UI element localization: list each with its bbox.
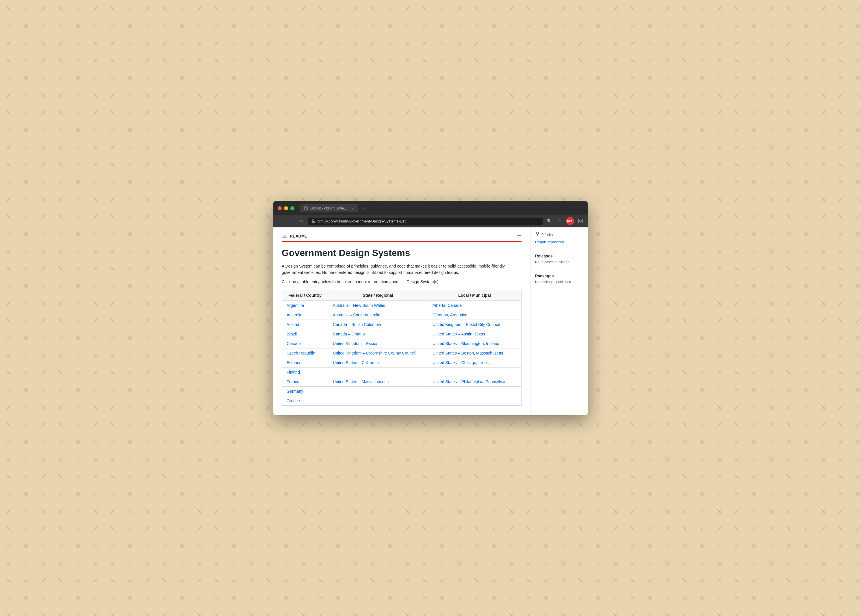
abp-badge[interactable]: ABP: [566, 217, 574, 225]
forward-button[interactable]: →: [287, 217, 295, 225]
browser-window: GitHub - ctrimm/Government ✕ + ← → ↻ git…: [273, 201, 588, 415]
table-cell-state: [328, 367, 428, 377]
table-link-federal[interactable]: Argentina: [287, 303, 304, 308]
table-cell-state: United Kingdom – Essex: [328, 339, 428, 348]
table-link-federal[interactable]: Germany: [287, 389, 303, 393]
table-row: Germany: [282, 386, 522, 396]
table-link-federal[interactable]: Estonia: [287, 360, 300, 365]
sidebar-forks-section: 0 forks Report repository: [535, 232, 583, 244]
browser-navbar: ← → ↻ github.com/ctrimm/Government-Desig…: [273, 215, 588, 227]
article-description: A Design System can be comprised of prin…: [282, 263, 522, 276]
table-row: Czech RepublicUnited Kingdom – Oxfordshi…: [282, 348, 522, 358]
table-cell-state: Canada – British Columbia: [328, 319, 428, 329]
table-link-state[interactable]: Canada – Ontario: [333, 332, 365, 336]
table-link-local[interactable]: United States – Chicago, Illinois: [432, 360, 490, 365]
bookmark-button[interactable]: ☆: [556, 217, 564, 225]
column-header-local: Local / Municipal: [427, 290, 521, 300]
readme-header: 📖 README: [282, 233, 522, 242]
table-row: Greece: [282, 396, 522, 405]
new-tab-button[interactable]: +: [359, 204, 367, 212]
table-link-federal[interactable]: Austria: [287, 322, 299, 327]
readme-text: README: [290, 234, 307, 238]
fork-icon: [535, 232, 540, 237]
data-table: Federal / Country State / Regional Local…: [282, 290, 522, 405]
table-link-federal[interactable]: France: [287, 379, 299, 384]
table-cell-state: United States – Massachusetts: [328, 377, 428, 386]
table-cell-local: [427, 367, 521, 377]
table-link-state[interactable]: United Kingdom – Essex: [333, 341, 377, 346]
table-cell-state: [328, 386, 428, 396]
close-button[interactable]: [278, 206, 282, 211]
table-row: ArgentinaAustralia – New South WalesAlbe…: [282, 300, 522, 310]
table-link-local[interactable]: United States – Philadelphia, Pennsylvan…: [432, 379, 510, 384]
table-cell-state: Canada – Ontario: [328, 329, 428, 339]
extension-button[interactable]: [577, 217, 584, 225]
table-cell-state: United States – California: [328, 358, 428, 367]
svg-rect-1: [581, 219, 583, 220]
table-link-federal[interactable]: Australia: [287, 313, 302, 317]
table-link-state[interactable]: Australia – South Australia: [333, 313, 380, 317]
sidebar-packages-section: Packages No packages published: [535, 273, 583, 284]
table-cell-state: Australia – South Australia: [328, 310, 428, 319]
forks-count: 0 forks: [542, 233, 553, 237]
table-cell-federal: Australia: [282, 310, 328, 319]
table-cell-federal: Argentina: [282, 300, 328, 310]
table-cell-local: [427, 386, 521, 396]
article-instruction: Click on a table entry below to be taken…: [282, 280, 522, 284]
table-link-federal[interactable]: Brazil: [287, 332, 297, 336]
article-title: Government Design Systems: [282, 248, 522, 258]
table-cell-federal: Czech Republic: [282, 348, 328, 358]
readme-menu-button[interactable]: [517, 233, 522, 239]
table-link-local[interactable]: United States – Austin, Texas: [432, 332, 485, 336]
page-content: 📖 README Government Design Systems A Des…: [273, 227, 588, 415]
table-link-local[interactable]: United States – Boston, Massachusetts: [432, 351, 503, 355]
table-link-local[interactable]: Córdoba, Argentina: [432, 313, 468, 317]
table-link-state[interactable]: United Kingdom – Oxfordshire County Coun…: [333, 351, 415, 355]
table-link-state[interactable]: Australia – New South Wales: [333, 303, 385, 308]
table-link-local[interactable]: United Kingdom – Bristol City Council: [432, 322, 500, 327]
address-bar[interactable]: github.com/ctrimm/Government-Design-Syst…: [308, 218, 543, 225]
table-link-local[interactable]: United States – Bloomington, Indiana: [432, 341, 499, 346]
browser-titlebar: GitHub - ctrimm/Government ✕ +: [273, 201, 588, 215]
forks-stat: 0 forks: [535, 232, 583, 237]
maximize-button[interactable]: [291, 206, 294, 211]
browser-tab-active[interactable]: GitHub - ctrimm/Government ✕: [300, 204, 358, 212]
table-row: BrazilCanada – OntarioUnited States – Au…: [282, 329, 522, 339]
book-icon: 📖: [282, 233, 288, 239]
table-link-local[interactable]: Alberta, Canada: [432, 303, 462, 308]
address-text: github.com/ctrimm/Government-Design-Syst…: [317, 219, 539, 223]
refresh-button[interactable]: ↻: [297, 217, 305, 225]
minimize-button[interactable]: [284, 206, 288, 211]
sidebar: 0 forks Report repository Releases No re…: [530, 227, 588, 415]
svg-rect-3: [578, 222, 580, 223]
table-cell-federal: Brazil: [282, 329, 328, 339]
traffic-lights: [278, 206, 294, 211]
nav-actions: 🔍 ☆ ABP: [545, 217, 584, 225]
table-cell-state: [328, 396, 428, 405]
column-header-state: State / Regional: [328, 290, 428, 300]
table-link-state[interactable]: Canada – British Columbia: [333, 322, 381, 327]
table-link-state[interactable]: United States – California: [333, 360, 379, 365]
table-cell-local: United States – Chicago, Illinois: [427, 358, 521, 367]
table-cell-local: United States – Boston, Massachusetts: [427, 348, 521, 358]
tab-bar: GitHub - ctrimm/Government ✕ +: [300, 204, 583, 212]
table-cell-state: Australia – New South Wales: [328, 300, 428, 310]
report-repository-link[interactable]: Report repository: [535, 240, 564, 244]
tab-title: GitHub - ctrimm/Government: [310, 206, 348, 211]
table-cell-local: United States – Philadelphia, Pennsylvan…: [427, 377, 521, 386]
table-link-federal[interactable]: Greece: [287, 398, 300, 403]
tab-close-button[interactable]: ✕: [350, 206, 355, 211]
table-link-federal[interactable]: Czech Republic: [287, 351, 315, 355]
table-cell-federal: Austria: [282, 319, 328, 329]
back-button[interactable]: ←: [277, 217, 284, 225]
sidebar-releases-section: Releases No releases published: [535, 254, 583, 264]
table-cell-federal: Greece: [282, 396, 328, 405]
svg-rect-2: [581, 222, 583, 223]
table-cell-local: United States – Austin, Texas: [427, 329, 521, 339]
table-cell-local: United Kingdom – Bristol City Council: [427, 319, 521, 329]
table-link-federal[interactable]: Canada: [287, 341, 301, 346]
table-row: AustraliaAustralia – South AustraliaCórd…: [282, 310, 522, 319]
table-link-federal[interactable]: Finland: [287, 370, 300, 374]
table-link-state[interactable]: United States – Massachusetts: [333, 379, 389, 384]
search-button[interactable]: 🔍: [545, 217, 553, 225]
